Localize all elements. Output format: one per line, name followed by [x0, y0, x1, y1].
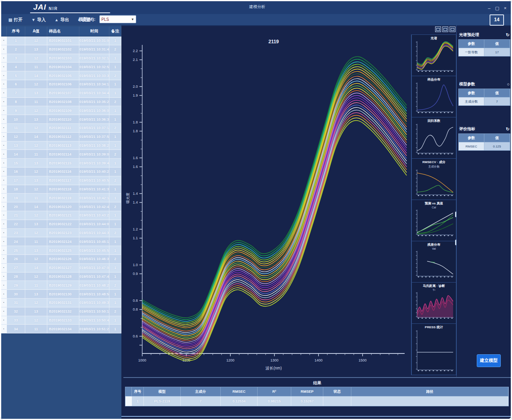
spectra-chart[interactable]: 21190.60.80.80.91.01.11.21.41.41.61.61.8…	[123, 26, 410, 377]
column-header[interactable]: 主成分	[181, 387, 221, 396]
thumbnail-chart-8[interactable]: PRESS 统计	[411, 323, 456, 375]
circle-icon[interactable]: ○	[507, 82, 510, 87]
column-header[interactable]: RMSEC	[221, 387, 258, 396]
view-toggle-1[interactable]	[435, 26, 441, 32]
column-header[interactable]: R²	[258, 387, 291, 396]
cell: B2019032111	[47, 124, 79, 133]
model-combo[interactable]: PLS ▼	[99, 15, 136, 23]
table-row[interactable]: ·2213B20190321222019/03/21 10:44:021	[1, 220, 121, 229]
thumbnail-chart-7[interactable]: 马氏距离 · 诊断T²	[411, 282, 456, 323]
table-row[interactable]: ·612B20190321062019/03/21 10:34:101	[1, 80, 121, 89]
table-row[interactable]: ·3411B20190321342019/03/21 10:51:261	[1, 325, 121, 333]
table-row[interactable]: ·1911B20190321192019/03/21 10:42:111	[1, 194, 121, 202]
thumb-x-tick	[444, 370, 445, 371]
table-row[interactable]: ·2911B20190321292019/03/21 10:48:212	[1, 281, 121, 290]
sample-list-panel: 序号A值样品名时间备注·112B20190321012019/03/21 10:…	[1, 25, 121, 419]
table-row[interactable]: ·1214B20190321122019/03/21 10:37:521	[1, 133, 121, 141]
thumbnail-chart-2[interactable]: 样品分布	[411, 76, 456, 117]
table-row[interactable]: ·2714B20190321272019/03/21 10:47:071	[1, 264, 121, 273]
view-toggle-2[interactable]	[442, 26, 448, 32]
thumbnail-plot	[413, 169, 455, 199]
thumb-x-tick	[440, 235, 441, 236]
table-row[interactable]: ·2312B20190321232019/03/21 10:44:392	[1, 229, 121, 238]
column-header[interactable]	[125, 387, 132, 396]
cell: B2019032102	[47, 45, 79, 54]
table-row[interactable]: ·1013B20190321102019/03/21 10:36:381	[1, 115, 121, 124]
column-header[interactable]: 值	[484, 89, 510, 97]
table-row[interactable]: ·1513B20190321152019/03/21 10:39:431	[1, 159, 121, 168]
table-row[interactable]: ·1812B20190321182019/03/21 10:41:341	[1, 185, 121, 194]
y-tick-label: 0.8	[133, 299, 138, 303]
cell: RMSEC	[459, 142, 484, 150]
table-row[interactable]: ·1312B20190321132019/03/21 10:38:291	[1, 141, 121, 150]
thumb-x-tick	[447, 277, 449, 277]
section-table-row[interactable]: 主成分数7	[458, 97, 510, 106]
refresh-icon[interactable]: ↻	[506, 127, 510, 132]
view-toggle-3[interactable]	[450, 26, 456, 32]
refresh-icon[interactable]: ↻	[506, 32, 510, 38]
column-header[interactable]: 参数	[459, 89, 484, 97]
table-row[interactable]: ·312B20190321032019/03/21 10:32:191	[1, 54, 121, 63]
table-row[interactable]: ·3213B20190321322019/03/21 10:50:122	[1, 307, 121, 316]
table-row[interactable]: ·3013B20190321302019/03/21 10:48:581	[1, 290, 121, 299]
column-header[interactable]: A值	[25, 26, 47, 36]
table-row[interactable]: ·1411B20190321142019/03/21 10:39:062	[1, 150, 121, 159]
table-row[interactable]: ·112B20190321012019/03/21 10:31:051	[1, 36, 121, 45]
table-row[interactable]: ·1112B20190321112019/03/21 10:37:152	[1, 124, 121, 133]
table-row[interactable]: ·912B20190321092019/03/21 10:36:011	[1, 106, 121, 115]
thumbnail-chart-1[interactable]: 光谱	[411, 34, 456, 76]
table-row[interactable]: ·2411B20190321242019/03/21 10:45:161	[1, 237, 121, 246]
table-row[interactable]: ·213B20190321022019/03/21 10:31:422	[1, 45, 121, 54]
toolbar-right-button[interactable]: 14	[490, 14, 504, 26]
column-header[interactable]: 备注	[109, 26, 121, 36]
thumb-line	[417, 173, 453, 192]
minimize-button[interactable]: –	[486, 5, 492, 11]
column-header[interactable]: 路径	[351, 387, 508, 396]
column-header[interactable]: RMSEP	[291, 387, 323, 396]
table-row[interactable]: ·514B20190321052019/03/21 10:33:332	[1, 71, 121, 80]
table-row[interactable]: ·3112B20190321312019/03/21 10:49:351	[1, 299, 121, 307]
column-header[interactable]: 模型	[144, 387, 181, 396]
column-header[interactable]: 序号	[132, 387, 144, 396]
cell: ·	[1, 273, 7, 281]
table-row[interactable]: ·2112B20190321212019/03/21 10:43:251	[1, 211, 121, 220]
section-table-row[interactable]: RMSEC0.125	[458, 142, 510, 151]
table-row[interactable]: ·1713B20190321172019/03/21 10:40:572	[1, 176, 121, 185]
column-header[interactable]: 状态	[323, 387, 351, 396]
results-table-row[interactable]: 1PLS-211970.125340.982150.15267	[125, 396, 509, 406]
table-row[interactable]: ·713B20190321072019/03/21 10:34:471	[1, 89, 121, 98]
table-row[interactable]: ·3312B20190321332019/03/21 10:50:491	[1, 316, 121, 325]
column-header[interactable]: 时间	[79, 26, 109, 36]
menu-item-2[interactable]: ▼导入	[30, 16, 47, 24]
thumbnail-chart-4[interactable]: RMSECV · 成分主成分数	[411, 158, 456, 200]
table-row[interactable]: ·2612B20190321262019/03/21 10:46:302	[1, 255, 121, 264]
column-header[interactable]: 参数	[459, 134, 484, 142]
cell: 1	[109, 36, 121, 45]
section-table-row[interactable]: 一阶导数17	[458, 48, 510, 57]
cell: 1	[132, 396, 144, 406]
thumb-x-tick	[418, 370, 419, 371]
cell: 2019/03/21 10:43:25	[79, 211, 109, 220]
maximize-button[interactable]: ▢	[494, 5, 500, 11]
table-row[interactable]: ·1612B20190321162019/03/21 10:40:201	[1, 168, 121, 176]
table-row[interactable]: ·411B20190321042019/03/21 10:32:561	[1, 63, 121, 71]
table-row[interactable]: ·2513B20190321252019/03/21 10:45:531	[1, 246, 121, 255]
cell: B2019032106	[47, 80, 79, 89]
column-header[interactable]: 值	[484, 134, 510, 142]
table-row[interactable]: ·2812B20190321282019/03/21 10:47:441	[1, 273, 121, 281]
menu-item-1[interactable]: ▤打开	[7, 16, 24, 24]
table-row[interactable]: ·2014B20190321202019/03/21 10:42:482	[1, 202, 121, 211]
column-header[interactable]: 样品名	[47, 26, 79, 36]
close-button[interactable]: ×	[502, 5, 508, 11]
cell	[351, 396, 508, 406]
table-row[interactable]: ·811B20190321082019/03/21 10:35:242	[1, 98, 121, 107]
column-header[interactable]	[1, 26, 7, 36]
thumbnail-chart-5[interactable]: 预测 vs 真值Cal	[411, 200, 456, 241]
column-header[interactable]: 参数	[459, 40, 484, 48]
menu-item-3[interactable]: ▲导出	[53, 16, 71, 24]
build-model-button[interactable]: 建立模型	[477, 354, 501, 367]
column-header[interactable]: 值	[484, 40, 510, 48]
column-header[interactable]: 序号	[7, 26, 25, 36]
thumbnail-chart-3[interactable]: 回归系数	[411, 117, 456, 158]
thumbnail-chart-6[interactable]: 残差分布Val	[411, 241, 456, 282]
